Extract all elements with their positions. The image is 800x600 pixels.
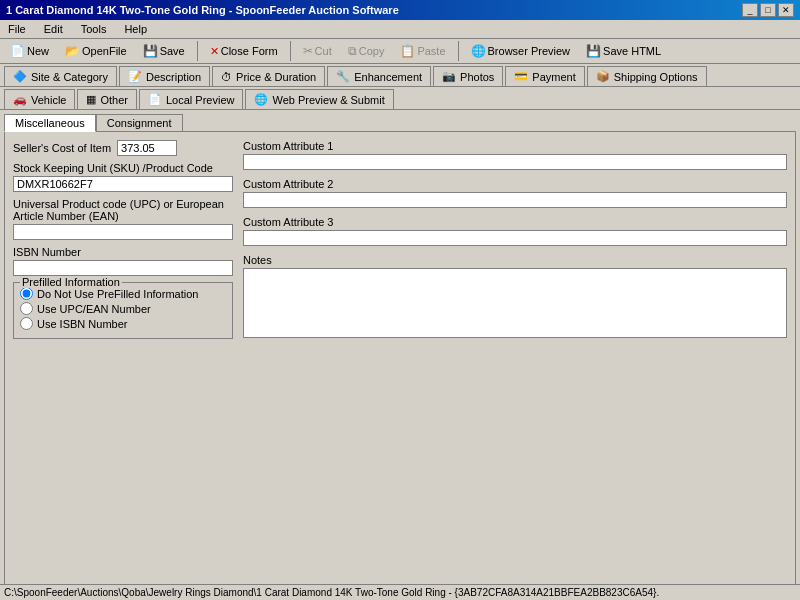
seller-cost-input[interactable] <box>117 140 177 156</box>
form-columns: Seller's Cost of Item Stock Keeping Unit… <box>13 140 787 344</box>
new-button[interactable]: 📄 New <box>4 41 55 61</box>
save-icon: 💾 <box>143 44 158 58</box>
prefilled-group-title: Prefilled Information <box>20 276 122 288</box>
close-form-icon: ✕ <box>210 45 219 58</box>
site-category-icon: 🔷 <box>13 70 27 83</box>
vehicle-icon: 🚗 <box>13 93 27 106</box>
save-html-icon: 💾 <box>586 44 601 58</box>
custom-attr1-label: Custom Attribute 1 <box>243 140 787 152</box>
tab-row-1: 🔷 Site & Category 📝 Description ⏱ Price … <box>0 64 800 87</box>
upc-label: Universal Product code (UPC) or European… <box>13 198 233 222</box>
title-bar: 1 Carat Diamond 14K Two-Tone Gold Ring -… <box>0 0 800 20</box>
photos-icon: 📷 <box>442 70 456 83</box>
title-controls: _ □ ✕ <box>742 3 794 17</box>
isbn-input[interactable] <box>13 260 233 276</box>
menu-file[interactable]: File <box>4 22 30 36</box>
browser-preview-icon: 🌐 <box>471 44 486 58</box>
open-icon: 📂 <box>65 44 80 58</box>
isbn-row: ISBN Number <box>13 246 233 276</box>
custom-attr3-label: Custom Attribute 3 <box>243 216 787 228</box>
minimize-button[interactable]: _ <box>742 3 758 17</box>
tab-site-category[interactable]: 🔷 Site & Category <box>4 66 117 86</box>
custom-attr2-label: Custom Attribute 2 <box>243 178 787 190</box>
tab-price-duration[interactable]: ⏱ Price & Duration <box>212 66 325 86</box>
custom-attr1-input[interactable] <box>243 154 787 170</box>
shipping-icon: 📦 <box>596 70 610 83</box>
custom-attr3-row: Custom Attribute 3 <box>243 216 787 246</box>
cut-icon: ✂ <box>303 44 313 58</box>
close-window-button[interactable]: ✕ <box>778 3 794 17</box>
left-column: Seller's Cost of Item Stock Keeping Unit… <box>13 140 233 344</box>
toolbar-separator-3 <box>458 41 459 61</box>
tab-row-2: 🚗 Vehicle ▦ Other 📄 Local Preview 🌐 Web … <box>0 87 800 110</box>
upc-row: Universal Product code (UPC) or European… <box>13 198 233 240</box>
save-html-button[interactable]: 💾 Save HTML <box>580 41 667 61</box>
notes-textarea[interactable] <box>243 268 787 338</box>
radio-row-1: Do Not Use PreFilled Information <box>20 287 226 300</box>
menu-edit[interactable]: Edit <box>40 22 67 36</box>
price-duration-icon: ⏱ <box>221 71 232 83</box>
seller-cost-label: Seller's Cost of Item <box>13 142 111 154</box>
custom-attr2-input[interactable] <box>243 192 787 208</box>
close-form-button[interactable]: ✕ Close Form <box>204 42 284 61</box>
enhancement-icon: 🔧 <box>336 70 350 83</box>
openfile-button[interactable]: 📂 OpenFile <box>59 41 133 61</box>
toolbar: 📄 New 📂 OpenFile 💾 Save ✕ Close Form ✂ C… <box>0 39 800 64</box>
menu-tools[interactable]: Tools <box>77 22 111 36</box>
isbn-label: ISBN Number <box>13 246 233 258</box>
tab-vehicle[interactable]: 🚗 Vehicle <box>4 89 75 109</box>
subtab-miscellaneous[interactable]: Miscellaneous <box>4 114 96 132</box>
main-panel: Seller's Cost of Item Stock Keeping Unit… <box>4 131 796 600</box>
radio-upc-ean[interactable] <box>20 302 33 315</box>
tab-other[interactable]: ▦ Other <box>77 89 137 109</box>
subtab-row: Miscellaneous Consignment <box>0 110 800 131</box>
right-column: Custom Attribute 1 Custom Attribute 2 Cu… <box>243 140 787 344</box>
new-icon: 📄 <box>10 44 25 58</box>
web-preview-icon: 🌐 <box>254 93 268 106</box>
paste-button[interactable]: 📋 Paste <box>394 41 451 61</box>
sku-label: Stock Keeping Unit (SKU) /Product Code <box>13 162 233 174</box>
radio-isbn[interactable] <box>20 317 33 330</box>
menu-help[interactable]: Help <box>120 22 151 36</box>
sku-input[interactable] <box>13 176 233 192</box>
tab-enhancement[interactable]: 🔧 Enhancement <box>327 66 431 86</box>
toolbar-separator-1 <box>197 41 198 61</box>
custom-attr1-row: Custom Attribute 1 <box>243 140 787 170</box>
payment-icon: 💳 <box>514 70 528 83</box>
status-text: C:\SpoonFeeder\Auctions\Qoba\Jewelry Rin… <box>4 587 659 598</box>
prefilled-groupbox: Prefilled Information Do Not Use PreFill… <box>13 282 233 339</box>
radio-no-prefill[interactable] <box>20 287 33 300</box>
other-icon: ▦ <box>86 93 96 106</box>
tab-shipping-options[interactable]: 📦 Shipping Options <box>587 66 707 86</box>
tab-local-preview[interactable]: 📄 Local Preview <box>139 89 243 109</box>
radio-upc-ean-label: Use UPC/EAN Number <box>37 303 151 315</box>
copy-button[interactable]: ⧉ Copy <box>342 41 391 61</box>
tab-description[interactable]: 📝 Description <box>119 66 210 86</box>
upc-input[interactable] <box>13 224 233 240</box>
radio-row-2: Use UPC/EAN Number <box>20 302 226 315</box>
radio-row-3: Use ISBN Number <box>20 317 226 330</box>
maximize-button[interactable]: □ <box>760 3 776 17</box>
save-button[interactable]: 💾 Save <box>137 41 191 61</box>
subtab-consignment[interactable]: Consignment <box>96 114 183 131</box>
tab-photos[interactable]: 📷 Photos <box>433 66 503 86</box>
toolbar-separator-2 <box>290 41 291 61</box>
radio-isbn-label: Use ISBN Number <box>37 318 127 330</box>
browser-preview-button[interactable]: 🌐 Browser Preview <box>465 41 577 61</box>
tab-payment[interactable]: 💳 Payment <box>505 66 584 86</box>
sku-row: Stock Keeping Unit (SKU) /Product Code <box>13 162 233 192</box>
seller-cost-row: Seller's Cost of Item <box>13 140 233 156</box>
local-preview-icon: 📄 <box>148 93 162 106</box>
tab-web-preview-submit[interactable]: 🌐 Web Preview & Submit <box>245 89 393 109</box>
cut-button[interactable]: ✂ Cut <box>297 41 338 61</box>
paste-icon: 📋 <box>400 44 415 58</box>
menu-bar: File Edit Tools Help <box>0 20 800 39</box>
status-bar: C:\SpoonFeeder\Auctions\Qoba\Jewelry Rin… <box>0 584 800 600</box>
notes-label: Notes <box>243 254 787 266</box>
notes-row: Notes <box>243 254 787 340</box>
custom-attr3-input[interactable] <box>243 230 787 246</box>
custom-attr2-row: Custom Attribute 2 <box>243 178 787 208</box>
radio-no-prefill-label: Do Not Use PreFilled Information <box>37 288 198 300</box>
title-text: 1 Carat Diamond 14K Two-Tone Gold Ring -… <box>6 4 399 16</box>
copy-icon: ⧉ <box>348 44 357 58</box>
